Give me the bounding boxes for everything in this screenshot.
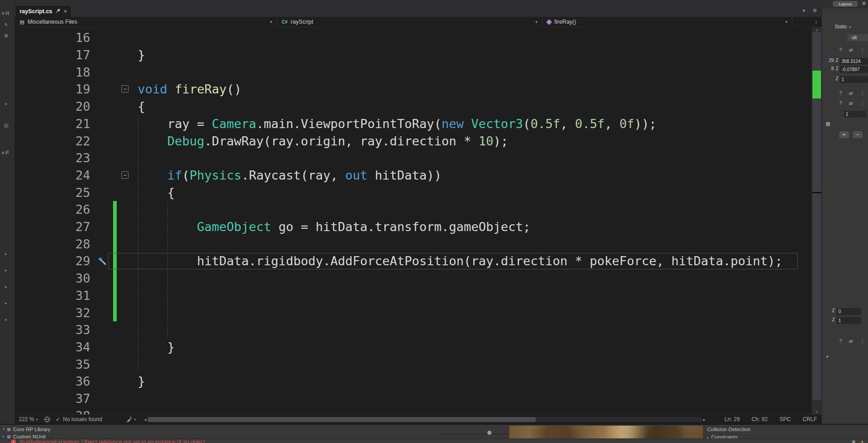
code-line-24[interactable]: 24 if(Physics.Raycast(ray, out hitData)) — [15, 167, 811, 184]
code-line-17[interactable]: 17 } — [15, 46, 811, 64]
code-line-27[interactable]: 27 GameObject go = hitData.transform.gam… — [15, 218, 811, 236]
help-icon[interactable]: ? — [839, 90, 842, 96]
move-tool-icon[interactable]: ↖ — [4, 22, 8, 28]
hscroll-right-arrow[interactable]: ▸ — [703, 417, 705, 422]
value-field[interactable]: -0.07897 — [840, 66, 868, 73]
code-line-32[interactable]: 32 — [15, 304, 811, 321]
spaces-indicator[interactable]: SPC — [780, 416, 791, 422]
eol-indicator[interactable]: CRLF — [803, 416, 817, 422]
preset-icon[interactable]: ⇄ — [849, 100, 853, 106]
foldout-closed-icon[interactable]: ▸ — [3, 434, 5, 438]
kebab-menu-icon[interactable]: ⋮ — [860, 47, 865, 52]
transform-row: 8 Z -0.07897 — [822, 66, 868, 73]
static-toggle[interactable]: Static▾ — [835, 24, 851, 29]
value-field[interactable]: 1 — [837, 317, 861, 324]
layer-dropdown-fragment[interactable]: ult — [847, 34, 868, 41]
value-field[interactable]: 358.3124 — [840, 58, 868, 65]
zoom-slider-track[interactable] — [440, 433, 509, 434]
transform-tool-icon[interactable]: ⊕ — [4, 33, 8, 39]
kebab-menu-icon[interactable]: ⋮ — [860, 338, 865, 344]
preset-icon[interactable]: ⇄ — [849, 47, 853, 52]
code-line-29[interactable]: 29 hitData.rigidbody.AddForceAtPosition(… — [15, 252, 811, 270]
code-line-26[interactable]: 26 — [15, 201, 811, 218]
help-icon[interactable]: ? — [839, 100, 842, 106]
zoom-control[interactable]: 222 % ▾ — [19, 416, 38, 422]
line-indicator[interactable]: Ln: 29 — [724, 416, 739, 422]
pin-icon[interactable] — [56, 8, 61, 15]
foldout-arrow-icon[interactable]: ▸ — [827, 354, 829, 359]
code-line-35[interactable]: 35 — [15, 355, 811, 373]
code-line-31[interactable]: 31 — [15, 287, 811, 304]
collapse-toggle[interactable]: − — [121, 171, 129, 179]
code-line-18[interactable]: 18 — [15, 63, 811, 81]
code-line-19[interactable]: 19 void fireRay() — [15, 81, 811, 98]
foldout-arrow-icon[interactable]: ▸ — [5, 301, 7, 305]
foldout-arrow-icon[interactable]: ▸ — [5, 268, 7, 273]
preset-icon[interactable]: ⇄ — [849, 90, 853, 96]
warning-dot-icon[interactable]: ● — [861, 439, 863, 443]
code-line-23[interactable]: 23 — [15, 149, 811, 167]
list-item[interactable]: ▾ ▦ Core RP Library — [3, 426, 51, 433]
code-line-22[interactable]: 22 Debug.DrawRay(ray.origin, ray.directi… — [15, 132, 811, 149]
foldout-arrow-icon[interactable]: ▸ — [5, 284, 7, 289]
code-line-21[interactable]: 21 ray = Camera.main.ViewportPointToRay(… — [15, 115, 811, 133]
code-line-28[interactable]: 28 — [15, 235, 811, 252]
tab-overflow-icon[interactable]: ▾ — [803, 8, 806, 14]
scroll-down-arrow-icon[interactable]: ▾ — [812, 410, 822, 414]
target-icon[interactable]: ◎ — [4, 122, 8, 129]
code-cleanup-button[interactable]: ▾ — [126, 416, 136, 422]
zoom-slider-handle[interactable] — [487, 431, 491, 435]
type-dropdown-label: rayScript — [291, 19, 313, 25]
foldout-open-icon[interactable]: ▾ — [3, 427, 5, 431]
code-line-34[interactable]: 34 } — [15, 339, 811, 356]
collision-detection-row[interactable]: Collision Detection — [707, 427, 750, 432]
code-line-36[interactable]: 36 } — [15, 373, 811, 390]
hscroll-thumb[interactable] — [148, 417, 535, 422]
code-line-38[interactable]: 38 — [15, 407, 811, 414]
code-line-30[interactable]: 30 — [15, 270, 811, 287]
hierarchy-tab-fragment[interactable]: ≡ H — [2, 11, 9, 16]
close-icon[interactable]: × — [5, 101, 7, 107]
hscroll-left-arrow[interactable]: ◂ — [144, 417, 146, 422]
vertical-scrollbar[interactable]: ▴ ▾ — [811, 27, 822, 414]
horizontal-scrollbar[interactable] — [148, 417, 702, 422]
layout-button[interactable]: Layout — [833, 1, 858, 7]
add-button[interactable]: + — [839, 131, 849, 138]
type-dropdown[interactable]: C# rayScript ▾ — [277, 17, 542, 27]
code-line-25[interactable]: 25 { — [15, 184, 811, 201]
grid-status-icon[interactable]: ▣ — [852, 439, 856, 443]
code-text: { — [90, 185, 175, 200]
document-health-indicator[interactable]: ✓ No issues found — [56, 416, 102, 422]
foldout-arrow-icon[interactable]: ▸ — [5, 317, 7, 322]
preset-icon[interactable]: ⇄ — [849, 338, 853, 344]
collapse-toggle[interactable]: − — [121, 85, 129, 93]
gear-icon[interactable]: ⚙ — [862, 1, 866, 6]
code-line-16[interactable]: 16 — [15, 29, 811, 46]
help-icon[interactable]: ? — [839, 338, 842, 344]
project-tab-fragment[interactable]: ≡ P — [2, 150, 9, 155]
code-line-33[interactable]: 33 — [15, 321, 811, 339]
member-dropdown[interactable]: fireRay() ▾ — [542, 17, 792, 27]
code-area[interactable]: 1617 }1819 void fireRay()−20 {21 ray = C… — [15, 27, 811, 414]
value-field[interactable]: 1 — [844, 111, 866, 118]
kebab-menu-icon[interactable]: ⋮ — [860, 100, 865, 106]
scroll-up-arrow-icon[interactable]: ▴ — [812, 27, 822, 32]
updown-arrows-icon[interactable]: ↕ — [815, 19, 818, 25]
char-indicator[interactable]: Ch: 92 — [752, 416, 768, 422]
code-line-20[interactable]: 20 { — [15, 98, 811, 115]
globe-icon[interactable] — [44, 417, 50, 422]
value-field[interactable]: 0 — [837, 308, 861, 315]
gear-icon[interactable]: ⚙ — [812, 8, 817, 14]
project-dropdown[interactable]: ▤ Miscellaneous Files ▾ — [15, 17, 277, 27]
unity-status-bar[interactable]: ! NullReferenceException: Object referen… — [0, 438, 868, 443]
code-line-37[interactable]: 37 — [15, 390, 811, 407]
close-icon[interactable]: × — [64, 8, 67, 15]
foldout-arrow-icon[interactable]: ▸ — [5, 252, 7, 256]
tab-rayscript[interactable]: rayScript.cs × — [15, 5, 72, 17]
remove-button[interactable]: − — [853, 131, 863, 138]
project-icon: ▤ — [20, 19, 24, 25]
help-icon[interactable]: ? — [839, 47, 842, 52]
error-message: NullReferenceException: Object reference… — [20, 439, 205, 443]
value-field[interactable]: 1 — [840, 76, 868, 83]
kebab-menu-icon[interactable]: ⋮ — [860, 90, 865, 96]
